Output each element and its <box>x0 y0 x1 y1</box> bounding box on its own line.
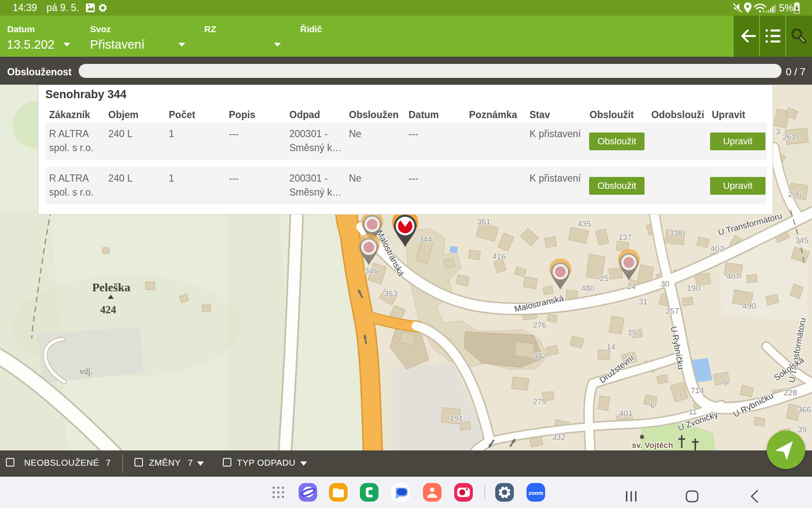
svg-text:24: 24 <box>627 282 636 291</box>
svg-text:279: 279 <box>533 397 546 406</box>
svg-text:9: 9 <box>723 378 728 387</box>
svg-text:338: 338 <box>669 229 683 237</box>
svg-text:424: 424 <box>100 304 116 315</box>
svg-text:366: 366 <box>798 405 811 414</box>
svg-text:345: 345 <box>795 236 809 245</box>
svg-text:sv. Vojtěch: sv. Vojtěch <box>632 441 673 450</box>
svg-text:6: 6 <box>650 401 655 410</box>
svg-text:137: 137 <box>618 233 632 242</box>
svg-text:401: 401 <box>619 409 633 418</box>
svg-text:15: 15 <box>628 328 636 337</box>
svg-text:3: 3 <box>776 127 780 136</box>
svg-text:206: 206 <box>788 190 801 199</box>
svg-text:257: 257 <box>666 306 679 315</box>
svg-text:276: 276 <box>533 320 546 329</box>
svg-text:402: 402 <box>710 244 724 253</box>
svg-text:714: 714 <box>691 386 704 395</box>
svg-text:7: 7 <box>678 392 683 401</box>
svg-text:344: 344 <box>419 235 432 244</box>
svg-text:435: 435 <box>578 219 591 228</box>
svg-text:353: 353 <box>384 289 398 298</box>
svg-text:190: 190 <box>687 284 700 293</box>
svg-text:39: 39 <box>798 425 807 434</box>
svg-text:11: 11 <box>689 407 697 416</box>
svg-text:416: 416 <box>492 252 506 261</box>
svg-text:332: 332 <box>552 433 565 442</box>
svg-text:490: 490 <box>743 301 756 310</box>
svg-text:261: 261 <box>782 133 796 141</box>
svg-text:vdj.: vdj. <box>80 367 93 376</box>
svg-text:14: 14 <box>606 342 616 351</box>
svg-text:346: 346 <box>365 266 378 275</box>
svg-text:361: 361 <box>477 217 491 226</box>
svg-text:480: 480 <box>581 284 595 293</box>
svg-text:25: 25 <box>600 274 609 283</box>
svg-text:Peleška: Peleška <box>92 281 130 294</box>
svg-text:372: 372 <box>533 351 546 360</box>
svg-text:228: 228 <box>784 388 797 397</box>
svg-text:31: 31 <box>639 297 647 306</box>
svg-text:30: 30 <box>661 279 669 288</box>
svg-text:407: 407 <box>727 272 740 281</box>
svg-text:191: 191 <box>450 414 463 423</box>
